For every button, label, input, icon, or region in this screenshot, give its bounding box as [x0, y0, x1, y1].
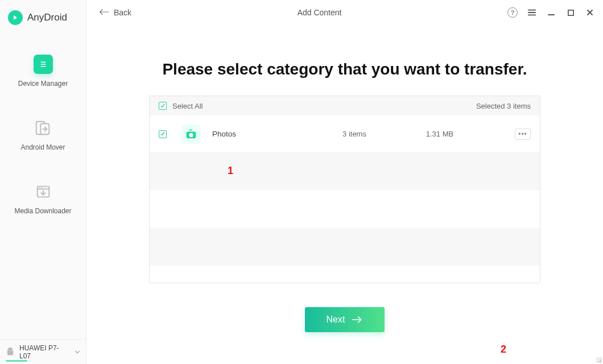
maximize-icon — [567, 9, 575, 16]
sidebar-item-android-mover[interactable]: Android Mover — [20, 118, 65, 151]
category-checkbox[interactable] — [159, 130, 167, 138]
category-more-button[interactable]: ••• — [515, 129, 531, 140]
svg-point-6 — [9, 349, 9, 349]
category-panel: Select All Selected 3 items Photos 3 — [149, 96, 540, 283]
page-title: Add Content — [131, 8, 507, 17]
media-downloader-icon — [34, 182, 53, 201]
sidebar-item-label: Media Downloader — [14, 207, 71, 215]
android-mover-icon — [33, 118, 52, 138]
category-size: 1.31 MB — [383, 130, 497, 138]
device-name: HUAWEI P7-L07 — [19, 344, 70, 360]
minimize-icon — [547, 9, 555, 16]
headline: Please select category that you want to … — [162, 60, 527, 78]
svg-point-4 — [40, 187, 42, 188]
sidebar-item-label: Android Mover — [20, 143, 65, 151]
hamburger-icon — [527, 8, 536, 17]
arrow-right-icon — [352, 316, 363, 324]
svg-rect-10 — [189, 129, 192, 130]
select-all[interactable]: Select All — [159, 102, 203, 110]
svg-point-5 — [42, 187, 43, 188]
annotation-1: 1 — [228, 165, 233, 177]
brand-name: AnyDroid — [27, 12, 67, 23]
arrow-left-icon — [99, 8, 109, 17]
svg-point-3 — [39, 187, 40, 188]
next-button[interactable]: Next — [305, 307, 385, 332]
device-manager-icon — [34, 55, 53, 74]
empty-row — [150, 153, 540, 191]
svg-rect-8 — [568, 10, 573, 15]
brand: AnyDroid — [0, 0, 86, 32]
menu-button[interactable] — [527, 7, 537, 18]
camera-icon — [181, 125, 201, 144]
help-button[interactable]: ? — [507, 7, 518, 18]
back-button[interactable]: Back — [99, 8, 131, 17]
empty-row — [150, 191, 540, 228]
empty-row — [150, 266, 540, 283]
sidebar-item-label: Device Manager — [18, 80, 68, 88]
minimize-button[interactable] — [546, 7, 556, 18]
title-bar: Back Add Content ? — [86, 0, 603, 25]
svg-point-11 — [189, 133, 193, 136]
select-all-label: Select All — [172, 102, 203, 110]
device-selector[interactable]: HUAWEI P7-L07 — [0, 339, 86, 364]
selection-summary: Selected 3 items — [476, 102, 531, 110]
main: Back Add Content ? — [86, 0, 603, 364]
sidebar: AnyDroid Device Manager Android Mover — [0, 0, 86, 364]
sidebar-item-media-downloader[interactable]: Media Downloader — [14, 182, 71, 215]
close-icon — [586, 9, 594, 16]
empty-row — [150, 228, 540, 266]
resize-grip-icon[interactable] — [595, 356, 602, 363]
help-icon: ? — [507, 7, 518, 18]
brand-logo-icon — [8, 10, 23, 25]
back-label: Back — [114, 8, 131, 17]
sidebar-nav: Device Manager Android Mover — [0, 55, 86, 215]
close-button[interactable] — [585, 7, 595, 18]
category-name: Photos — [212, 130, 326, 138]
window-actions: ? — [507, 7, 595, 18]
next-label: Next — [327, 315, 345, 325]
category-row[interactable]: Photos 3 items 1.31 MB ••• — [150, 115, 540, 153]
panel-header: Select All Selected 3 items — [150, 96, 540, 115]
category-count: 3 items — [326, 130, 383, 138]
content-area: Please select category that you want to … — [86, 25, 603, 364]
android-icon — [6, 347, 15, 357]
maximize-button[interactable] — [565, 7, 576, 18]
sidebar-item-device-manager[interactable]: Device Manager — [18, 55, 68, 88]
select-all-checkbox[interactable] — [159, 102, 167, 110]
svg-point-7 — [11, 349, 11, 349]
annotation-2: 2 — [501, 344, 506, 355]
chevron-down-icon — [75, 347, 80, 357]
